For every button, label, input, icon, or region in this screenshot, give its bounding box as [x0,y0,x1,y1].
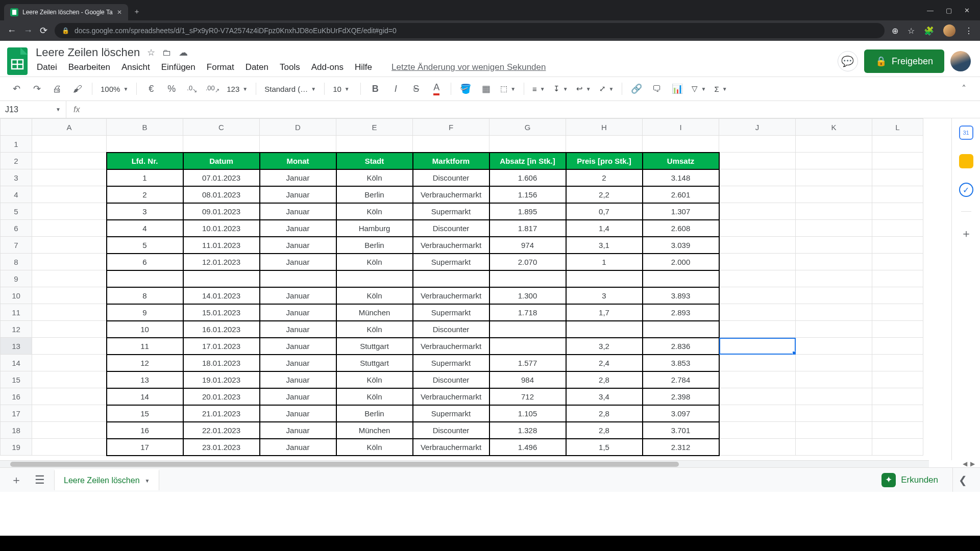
explore-button[interactable]: ✦ Erkunden [872,473,947,487]
cell-J14[interactable] [719,355,796,371]
cell-I12[interactable] [643,321,719,338]
cell-G19[interactable]: 1.496 [489,439,566,456]
column-header-I[interactable]: I [643,119,719,136]
cell-K8[interactable] [796,254,872,270]
format-currency-button[interactable]: € [142,80,160,97]
cell-B5[interactable]: 3 [107,203,183,220]
column-header-J[interactable]: J [719,119,796,136]
cell-H1[interactable] [566,136,643,153]
cell-D3[interactable]: Januar [260,169,336,186]
cell-J13[interactable] [719,338,796,355]
font-family-dropdown[interactable]: Standard (…▼ [261,85,319,93]
menu-format[interactable]: Format [207,62,234,72]
cell-H19[interactable]: 1,5 [566,439,643,456]
cell-C12[interactable]: 16.01.2023 [183,321,260,338]
cell-H7[interactable]: 3,1 [566,237,643,254]
cell-F5[interactable]: Supermarkt [413,203,489,220]
cell-B4[interactable]: 2 [107,186,183,203]
insert-chart-button[interactable]: 📊 [668,80,687,97]
cell-A14[interactable] [32,355,107,371]
cell-K6[interactable] [796,220,872,237]
cell-H3[interactable]: 2 [566,169,643,186]
row-header-6[interactable]: 6 [1,220,32,237]
cell-B12[interactable]: 10 [107,321,183,338]
cell-C4[interactable]: 08.01.2023 [183,186,260,203]
cell-B15[interactable]: 13 [107,371,183,388]
star-icon[interactable]: ☆ [147,47,155,58]
cell-A10[interactable] [32,287,107,304]
cell-B7[interactable]: 5 [107,237,183,254]
cell-L11[interactable] [872,304,923,321]
font-size-dropdown[interactable]: 10▼ [330,85,355,93]
cell-L4[interactable] [872,186,923,203]
cell-A16[interactable] [32,388,107,405]
cell-G11[interactable]: 1.718 [489,304,566,321]
show-side-panel-button[interactable]: ❮ [952,468,973,492]
cell-C17[interactable]: 21.01.2023 [183,405,260,422]
cell-F2[interactable]: Marktform [413,153,489,169]
cell-L8[interactable] [872,254,923,270]
cell-J15[interactable] [719,371,796,388]
cell-I19[interactable]: 2.312 [643,439,719,456]
cell-D10[interactable]: Januar [260,287,336,304]
cell-F18[interactable]: Discounter [413,422,489,439]
cell-D1[interactable] [260,136,336,153]
window-maximize-icon[interactable]: ▢ [946,7,952,14]
cell-K5[interactable] [796,203,872,220]
cell-J2[interactable] [719,153,796,169]
cell-I11[interactable]: 2.893 [643,304,719,321]
cell-J12[interactable] [719,321,796,338]
cell-I18[interactable]: 3.701 [643,422,719,439]
menu-datei[interactable]: Datei [37,62,57,72]
cell-G10[interactable]: 1.300 [489,287,566,304]
cell-E16[interactable]: Köln [336,388,413,405]
cell-A3[interactable] [32,169,107,186]
cell-H11[interactable]: 1,7 [566,304,643,321]
cell-A13[interactable] [32,338,107,355]
cell-J7[interactable] [719,237,796,254]
cell-D8[interactable]: Januar [260,254,336,270]
column-header-A[interactable]: A [32,119,107,136]
cell-A1[interactable] [32,136,107,153]
menu-hilfe[interactable]: Hilfe [355,62,372,72]
cell-D15[interactable]: Januar [260,371,336,388]
column-header-B[interactable]: B [107,119,183,136]
cell-E7[interactable]: Berlin [336,237,413,254]
cell-E1[interactable] [336,136,413,153]
cell-L6[interactable] [872,220,923,237]
cell-E12[interactable]: Köln [336,321,413,338]
cell-L10[interactable] [872,287,923,304]
cell-E10[interactable]: Köln [336,287,413,304]
cell-I14[interactable]: 3.853 [643,355,719,371]
sheets-logo-icon[interactable] [5,46,30,77]
cell-G16[interactable]: 712 [489,388,566,405]
cell-G17[interactable]: 1.105 [489,405,566,422]
cell-H2[interactable]: Preis [pro Stk.] [566,153,643,169]
cloud-status-icon[interactable]: ☁ [179,47,188,58]
comments-button[interactable]: 💬 [838,51,858,71]
menu-bearbeiten[interactable]: Bearbeiten [68,62,110,72]
window-minimize-icon[interactable]: — [927,7,934,14]
column-header-E[interactable]: E [336,119,413,136]
cell-I15[interactable]: 2.784 [643,371,719,388]
cell-D5[interactable]: Januar [260,203,336,220]
cell-A11[interactable] [32,304,107,321]
cell-G7[interactable]: 974 [489,237,566,254]
cell-G2[interactable]: Absatz [in Stk.] [489,153,566,169]
cell-L5[interactable] [872,203,923,220]
redo-button[interactable]: ↷ [28,80,46,97]
cell-D18[interactable]: Januar [260,422,336,439]
cell-H17[interactable]: 2,8 [566,405,643,422]
row-header-13[interactable]: 13 [1,338,32,355]
cell-K2[interactable] [796,153,872,169]
cell-C10[interactable]: 14.01.2023 [183,287,260,304]
cell-K15[interactable] [796,371,872,388]
new-tab-button[interactable]: ＋ [128,3,145,20]
cell-I10[interactable]: 3.893 [643,287,719,304]
cell-F15[interactable]: Discounter [413,371,489,388]
cell-A2[interactable] [32,153,107,169]
cell-D11[interactable]: Januar [260,304,336,321]
row-header-17[interactable]: 17 [1,405,32,422]
cell-E18[interactable]: München [336,422,413,439]
cell-C1[interactable] [183,136,260,153]
